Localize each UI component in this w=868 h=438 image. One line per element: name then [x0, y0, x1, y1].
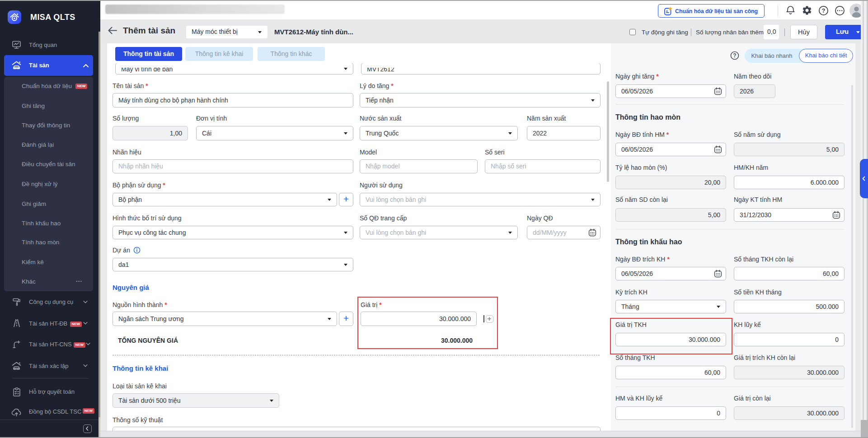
svg-text:?: ?	[822, 7, 826, 14]
svg-text:?: ?	[733, 52, 736, 59]
